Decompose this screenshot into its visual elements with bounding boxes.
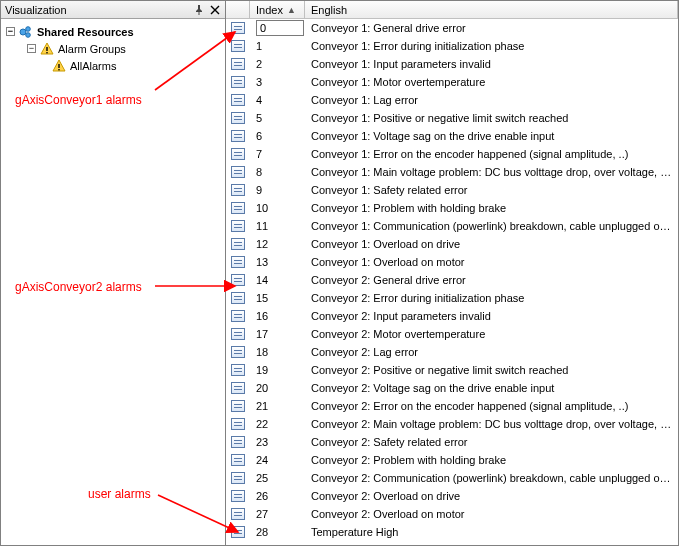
grid-header-english[interactable]: English bbox=[305, 1, 678, 18]
cell-english[interactable]: Conveyor 2: Error on the encoder happene… bbox=[305, 400, 678, 412]
table-row[interactable]: 23Conveyor 2: Safety related error bbox=[226, 433, 678, 451]
cell-english[interactable]: Temperature High bbox=[305, 526, 678, 538]
cell-index[interactable]: 20 bbox=[250, 382, 305, 394]
cell-index[interactable]: 26 bbox=[250, 490, 305, 502]
cell-english[interactable]: Conveyor 2: Voltage sag on the drive ena… bbox=[305, 382, 678, 394]
table-row[interactable]: 2Conveyor 1: Input parameters invalid bbox=[226, 55, 678, 73]
cell-index[interactable]: 27 bbox=[250, 508, 305, 520]
tree-root-shared-resources[interactable]: − Shared Resources bbox=[3, 23, 223, 40]
table-row[interactable]: 20Conveyor 2: Voltage sag on the drive e… bbox=[226, 379, 678, 397]
cell-english[interactable]: Conveyor 2: Safety related error bbox=[305, 436, 678, 448]
collapse-icon[interactable]: − bbox=[6, 27, 15, 36]
cell-english[interactable]: Conveyor 2: Positive or negative limit s… bbox=[305, 364, 678, 376]
cell-english[interactable]: Conveyor 2: Input parameters invalid bbox=[305, 310, 678, 322]
grid-header-index[interactable]: Index ▲ bbox=[250, 1, 305, 18]
table-row[interactable]: 14Conveyor 2: General drive error bbox=[226, 271, 678, 289]
tree-node-alarm-groups[interactable]: − Alarm Groups bbox=[3, 40, 223, 57]
cell-index[interactable]: 2 bbox=[250, 58, 305, 70]
cell-english[interactable]: Conveyor 1: Main voltage problem: DC bus… bbox=[305, 166, 678, 178]
cell-english[interactable]: Conveyor 1: General drive error bbox=[305, 22, 678, 34]
cell-index[interactable]: 17 bbox=[250, 328, 305, 340]
cell-index[interactable] bbox=[250, 20, 305, 36]
cell-index[interactable]: 14 bbox=[250, 274, 305, 286]
cell-index[interactable]: 3 bbox=[250, 76, 305, 88]
table-row[interactable]: 11Conveyor 1: Communication (powerlink) … bbox=[226, 217, 678, 235]
panel-titlebar[interactable]: Visualization bbox=[1, 1, 225, 19]
cell-index[interactable]: 24 bbox=[250, 454, 305, 466]
table-row[interactable]: 19Conveyor 2: Positive or negative limit… bbox=[226, 361, 678, 379]
cell-index[interactable]: 10 bbox=[250, 202, 305, 214]
collapse-icon[interactable]: − bbox=[27, 44, 36, 53]
cell-index[interactable]: 21 bbox=[250, 400, 305, 412]
table-row[interactable]: 17Conveyor 2: Motor overtemperature bbox=[226, 325, 678, 343]
cell-english[interactable]: Conveyor 2: Overload on motor bbox=[305, 508, 678, 520]
cell-english[interactable]: Conveyor 2: Main voltage problem: DC bus… bbox=[305, 418, 678, 430]
cell-index[interactable]: 22 bbox=[250, 418, 305, 430]
table-row[interactable]: 12Conveyor 1: Overload on drive bbox=[226, 235, 678, 253]
cell-index[interactable]: 4 bbox=[250, 94, 305, 106]
table-row[interactable]: 6Conveyor 1: Voltage sag on the drive en… bbox=[226, 127, 678, 145]
cell-index[interactable]: 7 bbox=[250, 148, 305, 160]
table-row[interactable]: 15Conveyor 2: Error during initializatio… bbox=[226, 289, 678, 307]
cell-english[interactable]: Conveyor 2: Lag error bbox=[305, 346, 678, 358]
cell-english[interactable]: Conveyor 1: Lag error bbox=[305, 94, 678, 106]
cell-english[interactable]: Conveyor 2: Motor overtemperature bbox=[305, 328, 678, 340]
cell-english[interactable]: Conveyor 1: Error during initialization … bbox=[305, 40, 678, 52]
cell-index[interactable]: 16 bbox=[250, 310, 305, 322]
grid-body[interactable]: Conveyor 1: General drive error1Conveyor… bbox=[226, 19, 678, 545]
cell-index[interactable]: 18 bbox=[250, 346, 305, 358]
cell-english[interactable]: Conveyor 2: Communication (powerlink) br… bbox=[305, 472, 678, 484]
cell-english[interactable]: Conveyor 2: Error during initialization … bbox=[305, 292, 678, 304]
tree-view[interactable]: − Shared Resources − Alarm Groups AllAla… bbox=[1, 19, 225, 545]
cell-index[interactable]: 28 bbox=[250, 526, 305, 538]
table-row[interactable]: 4Conveyor 1: Lag error bbox=[226, 91, 678, 109]
cell-english[interactable]: Conveyor 1: Problem with holding brake bbox=[305, 202, 678, 214]
cell-index[interactable]: 15 bbox=[250, 292, 305, 304]
cell-index[interactable]: 9 bbox=[250, 184, 305, 196]
cell-index[interactable]: 6 bbox=[250, 130, 305, 142]
cell-index[interactable]: 5 bbox=[250, 112, 305, 124]
cell-index[interactable]: 19 bbox=[250, 364, 305, 376]
pin-icon[interactable] bbox=[193, 4, 205, 16]
cell-index[interactable]: 1 bbox=[250, 40, 305, 52]
table-row[interactable]: 8Conveyor 1: Main voltage problem: DC bu… bbox=[226, 163, 678, 181]
close-icon[interactable] bbox=[209, 4, 221, 16]
table-row[interactable]: 24Conveyor 2: Problem with holding brake bbox=[226, 451, 678, 469]
table-row[interactable]: 7Conveyor 1: Error on the encoder happen… bbox=[226, 145, 678, 163]
cell-english[interactable]: Conveyor 1: Voltage sag on the drive ena… bbox=[305, 130, 678, 142]
cell-index[interactable]: 25 bbox=[250, 472, 305, 484]
tree-leaf-allalarms[interactable]: AllAlarms bbox=[3, 57, 223, 74]
cell-english[interactable]: Conveyor 2: General drive error bbox=[305, 274, 678, 286]
table-row[interactable]: 18Conveyor 2: Lag error bbox=[226, 343, 678, 361]
grid-header-icon-col[interactable] bbox=[226, 1, 250, 18]
table-row[interactable]: 3Conveyor 1: Motor overtemperature bbox=[226, 73, 678, 91]
table-row[interactable]: 26Conveyor 2: Overload on drive bbox=[226, 487, 678, 505]
table-row[interactable]: 1Conveyor 1: Error during initialization… bbox=[226, 37, 678, 55]
cell-english[interactable]: Conveyor 1: Motor overtemperature bbox=[305, 76, 678, 88]
cell-english[interactable]: Conveyor 2: Overload on drive bbox=[305, 490, 678, 502]
cell-english[interactable]: Conveyor 1: Input parameters invalid bbox=[305, 58, 678, 70]
cell-english[interactable]: Conveyor 1: Safety related error bbox=[305, 184, 678, 196]
cell-index[interactable]: 12 bbox=[250, 238, 305, 250]
table-row[interactable]: 9Conveyor 1: Safety related error bbox=[226, 181, 678, 199]
table-row[interactable]: 22Conveyor 2: Main voltage problem: DC b… bbox=[226, 415, 678, 433]
index-edit-input[interactable] bbox=[256, 20, 304, 36]
table-row[interactable]: 25Conveyor 2: Communication (powerlink) … bbox=[226, 469, 678, 487]
table-row[interactable]: 16Conveyor 2: Input parameters invalid bbox=[226, 307, 678, 325]
table-row[interactable]: 5Conveyor 1: Positive or negative limit … bbox=[226, 109, 678, 127]
cell-english[interactable]: Conveyor 1: Overload on drive bbox=[305, 238, 678, 250]
cell-english[interactable]: Conveyor 1: Communication (powerlink) br… bbox=[305, 220, 678, 232]
table-row[interactable]: 13Conveyor 1: Overload on motor bbox=[226, 253, 678, 271]
cell-index[interactable]: 11 bbox=[250, 220, 305, 232]
cell-index[interactable]: 23 bbox=[250, 436, 305, 448]
cell-index[interactable]: 13 bbox=[250, 256, 305, 268]
table-row[interactable]: 27Conveyor 2: Overload on motor bbox=[226, 505, 678, 523]
cell-english[interactable]: Conveyor 2: Problem with holding brake bbox=[305, 454, 678, 466]
cell-english[interactable]: Conveyor 1: Overload on motor bbox=[305, 256, 678, 268]
table-row[interactable]: Conveyor 1: General drive error bbox=[226, 19, 678, 37]
table-row[interactable]: 28Temperature High bbox=[226, 523, 678, 541]
table-row[interactable]: 21Conveyor 2: Error on the encoder happe… bbox=[226, 397, 678, 415]
table-row[interactable]: 10Conveyor 1: Problem with holding brake bbox=[226, 199, 678, 217]
cell-index[interactable]: 8 bbox=[250, 166, 305, 178]
cell-english[interactable]: Conveyor 1: Error on the encoder happene… bbox=[305, 148, 678, 160]
